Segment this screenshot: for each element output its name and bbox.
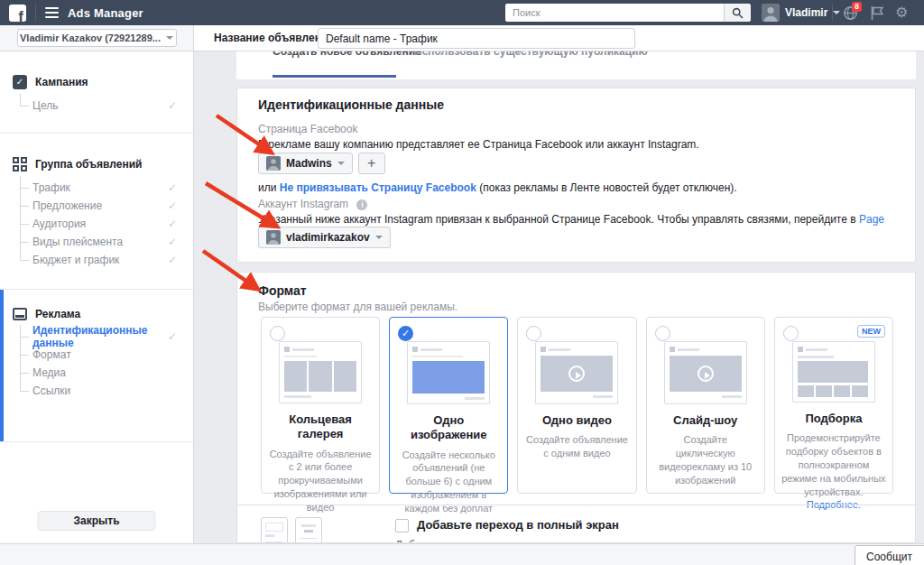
user-menu[interactable]: Vladimir [762, 0, 840, 25]
sidebar-group-ad-title[interactable]: Реклама [0, 308, 193, 320]
person-icon [266, 156, 281, 171]
page-avatar [266, 156, 281, 171]
campaign-check-icon: ✓ [13, 75, 27, 89]
chevron-down-icon [833, 11, 840, 14]
sidebar-group-adset-title[interactable]: Группа объявлений [0, 157, 193, 171]
sidebar-item-audience[interactable]: Аудитория [20, 215, 193, 233]
sidebar-item-placements[interactable]: Виды плейсмента [20, 233, 193, 251]
radio-unchecked-icon[interactable] [783, 326, 799, 341]
instagram-account-selector[interactable]: vladimirkazakov [258, 227, 391, 248]
radio-unchecked-icon[interactable] [526, 326, 541, 341]
fullscreen-experience-section: Добавьте переход в полный экран Добавьте… [237, 505, 915, 543]
instagram-description-text: Указанный ниже аккаунт Instagram привяза… [258, 213, 859, 226]
format-option-title: Подборка [799, 412, 867, 426]
add-page-button[interactable]: + [358, 153, 385, 174]
carousel-thumbnail [279, 341, 362, 403]
checkmark-icon [168, 236, 177, 248]
unlink-prefix: или [258, 181, 280, 194]
steps-sidebar: ✓ Кампания Цель Группа объявлений Трафик… [0, 51, 194, 543]
search-button[interactable] [724, 4, 751, 22]
search-input[interactable] [505, 4, 724, 22]
account-selector-dropdown[interactable]: Vladimir Kazakov (72921289... [17, 29, 177, 47]
radio-unchecked-icon[interactable] [270, 326, 285, 341]
sidebar-item-label: Аудитория [32, 218, 86, 230]
chevron-down-icon [375, 236, 383, 239]
instagram-avatar [266, 230, 281, 245]
person-icon [266, 230, 281, 245]
instagram-account-label: Аккаунт Instagram [258, 198, 348, 210]
format-option-carousel[interactable]: Кольцевая галерея Создайте объявление с … [261, 317, 380, 494]
sidebar-group-ad: Реклама Идентификационные данные Формат … [0, 290, 193, 442]
group-title-label: Кампания [35, 76, 88, 88]
divider [832, 5, 833, 21]
facebook-page-value: Madwins [286, 157, 332, 170]
app-title: Ads Manager [68, 6, 143, 20]
single-image-thumbnail [407, 341, 490, 404]
ad-name-label: Название объявления [214, 32, 334, 44]
sidebar-item-budget[interactable]: Бюджет и график [20, 251, 193, 269]
adset-grid-icon [13, 157, 27, 171]
flag-icon [870, 5, 884, 21]
checkmark-icon [168, 330, 177, 343]
format-option-title: Слайд-шоу [668, 413, 743, 428]
chevron-down-icon [337, 162, 345, 165]
fullscreen-checkbox-label: Добавьте переход в полный экран [417, 518, 619, 532]
sidebar-item-label: Предложение [32, 199, 102, 212]
unlink-page-link[interactable]: Не привязывать Страницу Facebook [280, 181, 476, 194]
format-option-title: Одно видео [537, 413, 617, 428]
checkmark-icon [168, 254, 177, 266]
play-icon [541, 356, 613, 392]
fullscreen-checkbox[interactable] [395, 519, 409, 533]
sidebar-item-media[interactable]: Медиа [20, 364, 193, 382]
ad-name-input[interactable] [318, 28, 635, 49]
sidebar-item-format[interactable]: Формат [20, 346, 193, 364]
format-option-slideshow[interactable]: Слайд-шоу Создайте циклическую видеорекл… [646, 317, 765, 494]
radio-checked-icon[interactable] [398, 326, 413, 341]
account-strip: Vladimir Kazakov (72921289... [0, 25, 194, 51]
checkmark-icon [168, 181, 177, 194]
notifications-globe-icon[interactable]: 8 [843, 0, 858, 25]
avatar [762, 4, 780, 22]
report-problem-button[interactable]: Сообщит [855, 545, 924, 565]
sidebar-item-traffic[interactable]: Трафик [20, 179, 193, 197]
format-option-title: Одно изображение [390, 413, 507, 443]
single-video-thumbnail [535, 341, 618, 404]
format-section: Формат Выберите формат для вашей рекламы… [236, 272, 916, 543]
ad-creation-tabs: Создать новое объявление Использовать су… [236, 51, 916, 79]
new-badge: NEW [857, 325, 885, 338]
format-subtitle: Выберите формат для вашей рекламы. [258, 301, 457, 313]
format-option-collection[interactable]: NEW Подборка Продемонстрируйте подборку … [774, 317, 893, 494]
sidebar-item-offer[interactable]: Предложение [20, 197, 193, 215]
ad-screen-icon [13, 308, 27, 320]
close-button[interactable]: Закрыть [38, 511, 156, 531]
format-option-single-image[interactable]: Одно изображение Создайте несколько объя… [389, 317, 508, 494]
sidebar-item-label: Формат [32, 348, 71, 361]
sidebar-group-campaign-title[interactable]: ✓ Кампания [0, 75, 193, 89]
ad-name-header: Название объявления i [194, 25, 924, 51]
divider [35, 5, 36, 21]
facebook-logo[interactable] [9, 5, 26, 22]
identity-section: Идентификационные данные Страница Facebo… [236, 88, 916, 263]
person-icon [762, 4, 780, 22]
settings-gear-icon[interactable]: ⚙ [895, 0, 908, 25]
collection-description: Продемонстрируйте подборку объектов в по… [781, 432, 885, 496]
sidebar-item-identity[interactable]: Идентификационные данные [20, 328, 193, 346]
sidebar-item-links[interactable]: Ссылки [20, 382, 193, 400]
sidebar-item-goal[interactable]: Цель [20, 97, 193, 115]
play-icon [670, 356, 742, 392]
sidebar-item-label: Бюджет и график [32, 254, 119, 266]
notification-badge: 8 [852, 2, 862, 12]
sidebar-group-adset: Группа объявлений Трафик Предложение Ауд… [0, 134, 193, 290]
radio-unchecked-icon[interactable] [655, 326, 670, 341]
chevron-down-icon [166, 36, 173, 40]
flag-icon[interactable] [870, 0, 884, 25]
checkmark-icon [168, 218, 177, 230]
facebook-page-selector[interactable]: Madwins [258, 153, 353, 174]
slideshow-thumbnail [664, 341, 747, 404]
instagram-account-value: vladimirkazakov [286, 231, 370, 244]
search-bar [505, 4, 751, 22]
sidebar-group-campaign: ✓ Кампания Цель [0, 51, 193, 134]
format-option-single-video[interactable]: Одно видео Создайте объявление с одним в… [517, 317, 636, 494]
info-icon[interactable]: i [356, 199, 367, 210]
menu-icon[interactable] [45, 7, 59, 18]
